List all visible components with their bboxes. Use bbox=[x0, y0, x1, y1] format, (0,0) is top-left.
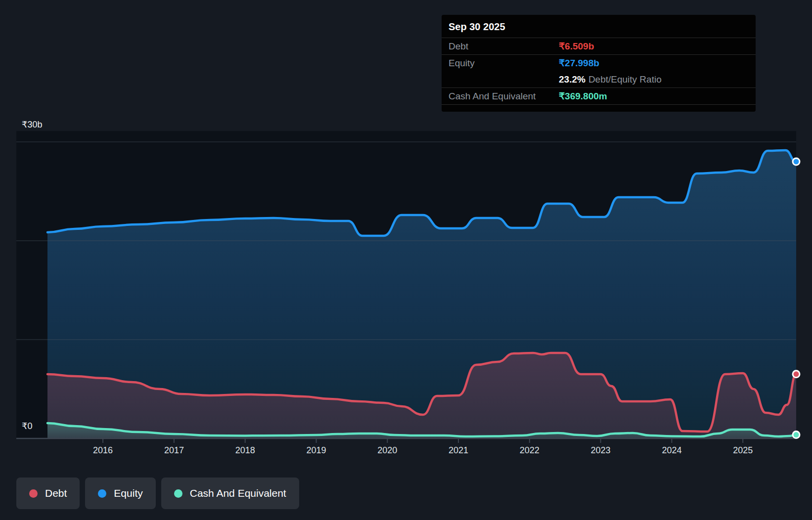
x-tick-label-2017: 2017 bbox=[164, 445, 184, 455]
cash-endpoint-marker[interactable] bbox=[793, 432, 800, 438]
tooltip-debt-value: ₹6.509b bbox=[559, 41, 594, 52]
x-tick-label-2023: 2023 bbox=[591, 445, 611, 455]
legend-item-label: Debt bbox=[45, 487, 67, 499]
debt-equity-history-page: 2016201720182019202020212022202320242025… bbox=[0, 0, 812, 520]
y-axis-zero-label: ₹0 bbox=[22, 421, 32, 431]
tooltip-date: Sep 30 2025 bbox=[442, 15, 756, 38]
tooltip-debt-label: Debt bbox=[449, 41, 559, 52]
equity-endpoint-marker[interactable] bbox=[793, 158, 800, 165]
legend-item-equity[interactable]: Equity bbox=[85, 477, 155, 509]
x-tick-label-2018: 2018 bbox=[235, 445, 255, 455]
debt-legend-dot-icon bbox=[29, 489, 38, 498]
equity-legend-dot-icon bbox=[98, 489, 106, 498]
legend-item-label: Equity bbox=[114, 487, 142, 499]
tooltip-debt-row: Debt ₹6.509b bbox=[442, 38, 756, 55]
x-tick-label-2016: 2016 bbox=[93, 445, 113, 455]
tooltip-equity-value: ₹27.998b bbox=[559, 57, 599, 69]
legend-item-debt[interactable]: Debt bbox=[16, 477, 80, 509]
legend-item-cash[interactable]: Cash And Equivalent bbox=[161, 477, 299, 509]
x-tick-label-2021: 2021 bbox=[449, 445, 468, 455]
tooltip-cash-row: Cash And Equivalent ₹369.800m bbox=[442, 88, 756, 105]
tooltip-ratio-row: 23.2%Debt/Equity Ratio bbox=[442, 71, 756, 88]
x-tick-label-2022: 2022 bbox=[520, 445, 540, 455]
tooltip-ratio-value: 23.2% bbox=[559, 74, 586, 85]
y-axis-top-label: ₹30b bbox=[22, 120, 42, 130]
tooltip-cash-value: ₹369.800m bbox=[559, 90, 607, 102]
tooltip-equity-row: Equity ₹27.998b bbox=[442, 55, 756, 71]
debt-endpoint-marker[interactable] bbox=[793, 371, 800, 378]
tooltip-cash-label: Cash And Equivalent bbox=[449, 90, 559, 102]
tooltip-ratio-label: Debt/Equity Ratio bbox=[588, 74, 662, 85]
cash-legend-dot-icon bbox=[174, 489, 182, 498]
chart-tooltip: Sep 30 2025 Debt ₹6.509b Equity ₹27.998b… bbox=[442, 15, 756, 112]
chart-legend: DebtEquityCash And Equivalent bbox=[16, 477, 299, 509]
legend-item-label: Cash And Equivalent bbox=[190, 487, 286, 499]
x-tick-label-2025: 2025 bbox=[733, 445, 753, 455]
tooltip-equity-label: Equity bbox=[449, 57, 559, 69]
x-tick-label-2020: 2020 bbox=[377, 445, 397, 455]
x-tick-label-2019: 2019 bbox=[306, 445, 326, 455]
x-tick-label-2024: 2024 bbox=[662, 445, 681, 455]
